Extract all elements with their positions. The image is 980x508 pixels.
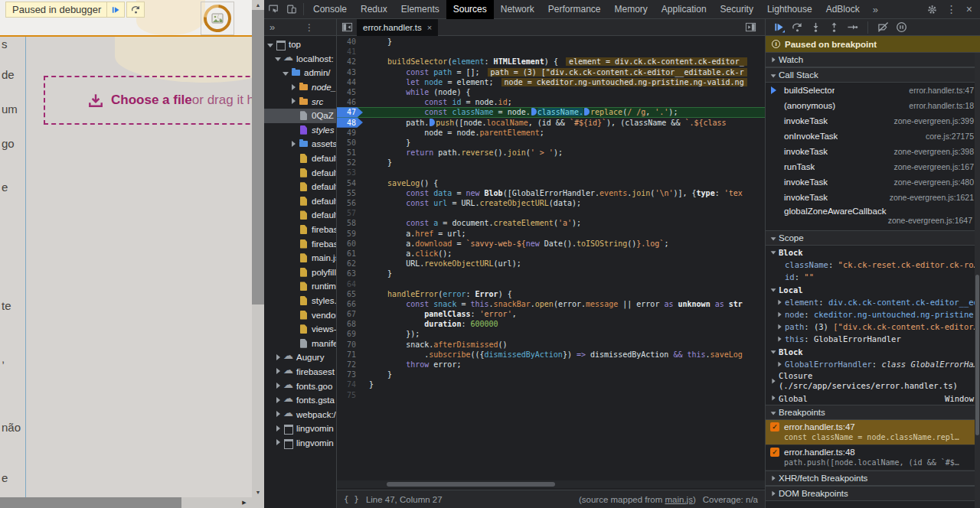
line-number-43[interactable]: 43	[337, 67, 363, 77]
code-line-44[interactable]: 44 let node = element;node = ckeditor.ng…	[337, 77, 765, 87]
line-number-66[interactable]: 66	[337, 299, 363, 309]
scope-row[interactable]: element: div.ck.ck-content.ck-editor__ed…	[766, 296, 980, 308]
scope-row[interactable]: this: GlobalErrorHandler	[766, 333, 980, 345]
code-line-41[interactable]: 41	[337, 47, 765, 57]
line-number-55[interactable]: 55	[337, 188, 363, 198]
line-number-72[interactable]: 72	[337, 360, 363, 370]
navigator-item-default-[interactable]: default-	[264, 194, 336, 209]
code-line-74[interactable]: 74}	[337, 379, 765, 389]
resume-script-icon[interactable]	[773, 21, 785, 33]
callstack-frame-oninvoketask[interactable]: onInvokeTaskcore.js:27175	[766, 129, 980, 144]
line-number-69[interactable]: 69	[337, 329, 363, 339]
navigator-item-lingvomin[interactable]: lingvomin	[264, 436, 336, 451]
code-line-49[interactable]: 49 node = node.parentElement;	[337, 128, 765, 138]
settings-gear-icon[interactable]	[927, 5, 937, 15]
navigator-item-augury[interactable]: Augury	[264, 350, 336, 365]
scope-row[interactable]: Block	[766, 246, 980, 259]
line-number-53[interactable]: 53	[337, 168, 363, 177]
line-number-54[interactable]: 54	[337, 178, 363, 188]
chevron-right-icon[interactable]	[777, 336, 783, 342]
xhr-breakpoints-section-header[interactable]: XHR/fetch Breakpoints	[766, 471, 980, 486]
editor-file-tab[interactable]: error.handler.ts ×	[357, 19, 438, 36]
scroll-right-arrow-icon[interactable]: ▶	[238, 497, 250, 508]
callstack-frame-invoketask[interactable]: invokeTaskzone-evergreen.js:1621	[766, 190, 980, 205]
tab-console[interactable]: Console	[306, 0, 354, 19]
code-line-55[interactable]: 55 const data = new Blob([GlobalErrorHan…	[337, 188, 765, 198]
line-number-73[interactable]: 73	[337, 370, 363, 379]
line-number-41[interactable]: 41	[337, 47, 363, 57]
navigator-item-firebase[interactable]: firebase	[264, 236, 336, 251]
navigator-item-main-js[interactable]: main.js	[264, 251, 336, 265]
code-line-71[interactable]: 71 .subscribe(({dismissedByAction}) => d…	[337, 350, 765, 360]
page-vertical-scrollbar[interactable]: ▲ ▼	[252, 0, 264, 497]
scope-row[interactable]: className: "ck.ck-reset.ck-editor.ck-ro……	[766, 259, 980, 271]
kebab-menu-icon[interactable]: ⋮	[946, 0, 957, 19]
tree-arrow-icon[interactable]	[275, 397, 282, 404]
step-icon[interactable]	[847, 21, 858, 33]
page-horizontal-scrollbar[interactable]: ▶	[0, 497, 264, 508]
panel-toggle-button[interactable]	[740, 21, 760, 33]
navigator-item-default-[interactable]: default-	[264, 151, 336, 166]
vertical-scrollbar-thumb[interactable]	[252, 10, 264, 304]
navigator-more-tabs-icon[interactable]: »	[270, 21, 275, 33]
line-number-63[interactable]: 63	[337, 269, 363, 278]
source-map-link[interactable]: main.js	[665, 495, 692, 504]
navigator-item-assets[interactable]: assets	[264, 137, 336, 151]
inspect-element-button[interactable]	[264, 0, 283, 18]
tab-sources[interactable]: Sources	[446, 0, 494, 19]
call-stack-section-header[interactable]: Call Stack	[766, 67, 980, 83]
code-line-66[interactable]: 66 const snack = this.snackBar.open(erro…	[337, 299, 765, 309]
close-tab-icon[interactable]: ×	[427, 23, 432, 32]
tree-arrow-icon[interactable]	[275, 383, 282, 389]
code-line-67[interactable]: 67 panelClass: 'error',	[337, 309, 765, 319]
tab-network[interactable]: Network	[494, 0, 541, 19]
step-out-icon[interactable]	[828, 21, 840, 33]
navigator-item-fonts-goo[interactable]: fonts.goo	[264, 379, 336, 393]
navigator-item-0qaz[interactable]: 0QaZ	[264, 109, 336, 123]
deactivate-breakpoints-icon[interactable]	[877, 21, 889, 33]
code-line-53[interactable]: 53	[337, 168, 765, 177]
line-number-64[interactable]: 64	[337, 279, 363, 289]
tab-performance[interactable]: Performance	[541, 0, 608, 19]
tab-memory[interactable]: Memory	[608, 0, 655, 19]
line-number-71[interactable]: 71	[337, 350, 363, 360]
callstack-frame-buildselector[interactable]: buildSelectorerror.handler.ts:47	[766, 83, 980, 98]
code-line-59[interactable]: 59 a.href = url;	[337, 229, 765, 239]
navigator-item-manifes[interactable]: manifes	[264, 336, 336, 350]
callstack-frame-invoketask[interactable]: invokeTaskzone-evergreen.js:399	[766, 113, 980, 129]
navigator-item-lingvomin[interactable]: lingvomin	[264, 422, 336, 436]
line-number-68[interactable]: 68	[337, 319, 363, 329]
line-number-60[interactable]: 60	[337, 239, 363, 249]
code-line-75[interactable]: 75	[337, 390, 765, 400]
scroll-down-arrow-icon[interactable]: ▼	[252, 487, 264, 497]
navigator-item-default-[interactable]: default-	[264, 165, 336, 180]
navigator-item-fonts-gsta[interactable]: fonts.gsta	[264, 393, 336, 408]
line-number-58[interactable]: 58	[337, 218, 363, 228]
hide-navigator-button[interactable]	[337, 21, 357, 33]
code-line-73[interactable]: 73 }	[337, 370, 765, 379]
navigator-menu-icon[interactable]: ⋮	[305, 22, 314, 33]
navigator-item-firebasest[interactable]: firebasest	[264, 365, 336, 379]
navigator-item-default-[interactable]: default-	[264, 208, 336, 223]
line-number-52[interactable]: 52	[337, 158, 363, 168]
code-line-47[interactable]: 47 const className = node.className.repl…	[337, 107, 765, 117]
code-line-63[interactable]: 63 }	[337, 269, 765, 278]
code-line-65[interactable]: 65 handleError(error: Error) {	[337, 289, 765, 299]
line-number-61[interactable]: 61	[337, 249, 363, 259]
navigator-item-src[interactable]: src	[264, 94, 336, 109]
tree-arrow-icon[interactable]	[290, 84, 297, 91]
breakpoint-entry[interactable]: ✓error.handler.ts:47const className = no…	[766, 420, 980, 445]
breakpoint-marker-line-47[interactable]: 47	[337, 107, 363, 117]
navigator-item-runtime[interactable]: runtime	[264, 279, 336, 294]
tab-lighthouse[interactable]: Lighthouse	[760, 0, 819, 19]
code-line-62[interactable]: 62 URL.revokeObjectURL(url);	[337, 259, 765, 269]
navigator-item-styles[interactable]: styles	[264, 123, 336, 138]
tree-arrow-icon[interactable]	[290, 141, 297, 148]
tree-arrow-icon[interactable]	[283, 70, 289, 77]
pretty-print-icon[interactable]: { }	[344, 494, 359, 504]
editor-horizontal-scrollbar[interactable]	[337, 480, 765, 488]
code-line-68[interactable]: 68 duration: 600000	[337, 319, 765, 329]
code-line-48[interactable]: 48 path.push([node.localName, (id && `#$…	[337, 118, 765, 128]
scroll-up-arrow-icon[interactable]: ▲	[252, 0, 264, 10]
code-line-70[interactable]: 70 snack.afterDismissed()	[337, 340, 765, 350]
